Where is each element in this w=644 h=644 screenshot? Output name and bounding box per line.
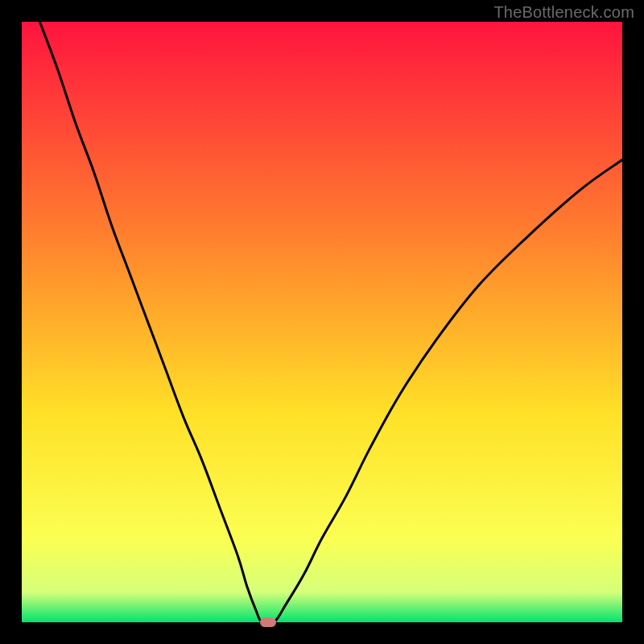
plot-svg <box>22 22 622 622</box>
watermark-text: TheBottleneck.com <box>493 3 634 22</box>
optimal-marker <box>260 617 276 627</box>
gradient-background <box>22 22 622 622</box>
plot-area <box>22 22 622 622</box>
chart-frame: TheBottleneck.com <box>0 0 644 644</box>
